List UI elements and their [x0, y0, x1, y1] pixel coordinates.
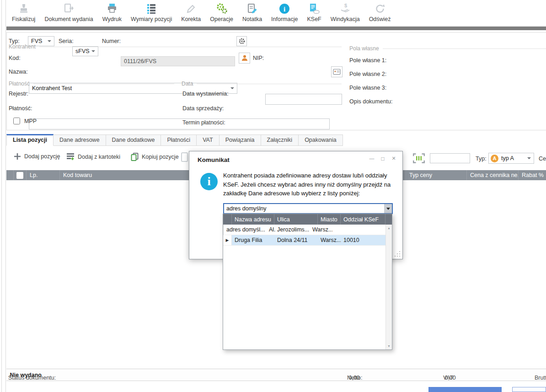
scroll-down-icon[interactable]: ▼ [386, 344, 392, 348]
copy-positions-button[interactable]: Kopiuj pozycje [131, 153, 179, 161]
cena-label-partial: Ce [539, 154, 546, 164]
row-marker-column [223, 214, 232, 225]
list-icon [145, 2, 157, 16]
column-oddzial-ksef[interactable]: Oddział KSeF [341, 214, 385, 225]
mpp-checkbox[interactable] [13, 118, 20, 124]
pole-wlasne-3-label: Pole własne 3: [349, 83, 386, 93]
close-icon[interactable]: ✕ [391, 156, 397, 162]
minimize-icon[interactable]: — [369, 156, 375, 162]
kod-label: Kod: [9, 53, 21, 63]
id-card-icon [333, 69, 341, 75]
dialog-window-controls: — □ ✕ [369, 156, 397, 162]
copy-icon [131, 153, 139, 161]
typ-ceny-combobox[interactable]: Atyp A [488, 153, 534, 164]
status-text: Status dokumentu: Nie wydano [8, 372, 42, 378]
select-all-column-header[interactable] [14, 170, 27, 180]
toolbar-button-ksef[interactable]: KSeF [302, 0, 326, 26]
toolbar-label: Korekta [181, 16, 201, 22]
document-window: Fiskalizuj Dokument wydania Wydruk Wymia… [0, 0, 546, 392]
nazwa-input[interactable] [29, 118, 330, 129]
refresh-icon [374, 2, 386, 16]
mpp-label: MPP [24, 116, 37, 126]
confirm-button-partial[interactable] [428, 387, 502, 392]
tab-zalaczniki[interactable]: Załączniki [261, 134, 299, 146]
data-wystawienia-label: Data wystawienia: [182, 89, 229, 99]
header-checkbox[interactable] [16, 172, 23, 179]
combobox-dropdown-button[interactable] [384, 204, 392, 213]
toolbar-label: Fiskalizuj [12, 16, 35, 22]
plus-icon [14, 153, 21, 160]
vat-total: VAT: 0,00 [443, 372, 444, 378]
cancel-button-partial[interactable] [512, 387, 546, 392]
chevron-down-icon [91, 50, 95, 52]
add-from-catalog-button[interactable]: Dodaj z kartoteki [66, 153, 120, 161]
printer-icon [106, 2, 118, 16]
toolbar-divider-bar [6, 27, 546, 30]
toolbar-button-dokument-wydania[interactable]: Dokument wydania [40, 0, 97, 26]
toolbar-label: Wymiary pozycji [131, 16, 172, 22]
address-dropdown-popup: Nazwa adresu Ulica Miasto Oddział KSeF a… [223, 214, 392, 350]
toolbar-button-wymiary-pozycji[interactable]: Wymiary pozycji [126, 0, 177, 26]
resize-grip[interactable] [394, 251, 401, 258]
window-edge-line [1, 0, 2, 392]
toolbar-button-operacje[interactable]: Operacje [205, 0, 238, 26]
toolbar-button-wydruk[interactable]: Wydruk [98, 0, 126, 26]
barcode-input[interactable] [430, 153, 470, 163]
platnosc-group-header: Płatność [9, 81, 174, 87]
selected-row-marker-icon: ▶ [223, 235, 232, 245]
column-miasto[interactable]: Miasto [318, 214, 341, 225]
pole-wlasne-1-label: Pole własne 1: [349, 55, 386, 65]
kontrahent-person-button[interactable] [239, 53, 250, 64]
chevron-down-icon [527, 157, 531, 159]
column-header-lp[interactable]: Lp. [27, 170, 60, 180]
pola-wlasne-group-header: Pola własne [349, 45, 546, 52]
tab-lista-pozycji[interactable]: Lista pozycji [6, 134, 54, 146]
tab-powiazania[interactable]: Powiązania [219, 134, 261, 146]
address-grid-header: Nazwa adresu Ulica Miasto Oddział KSeF [223, 214, 392, 225]
stamp-icon [18, 2, 30, 16]
toolbar-button-odswiez[interactable]: Odśwież [364, 0, 396, 26]
column-header-typ-ceny[interactable]: Typ ceny [406, 170, 467, 180]
nazwa-card-button[interactable] [331, 66, 343, 77]
tab-platnosci[interactable]: Płatności [161, 134, 197, 146]
toolbar-label: Wydruk [102, 16, 122, 22]
status-bar: Status dokumentu: Nie wydano Netto: 0,00… [6, 369, 546, 381]
list-plus-icon [66, 153, 75, 161]
scroll-up-icon[interactable]: ▲ [386, 226, 392, 230]
popup-scrollbar[interactable]: ▲ ▼ [385, 225, 392, 349]
column-nazwa-adresu[interactable]: Nazwa adresu [232, 214, 274, 225]
tab-opakowania[interactable]: Opakowania [299, 134, 343, 146]
platnosc-label: Płatność: [9, 103, 32, 113]
nip-input[interactable] [265, 94, 342, 105]
tab-dane-dodatkowe[interactable]: Dane dodatkowe [106, 134, 161, 146]
scrollbar-header-spacer [385, 214, 392, 225]
column-header-cena-cennika[interactable]: Cena z cennika ne... [467, 170, 519, 180]
chevron-down-icon [386, 208, 390, 210]
pole-wlasne-2-label: Pole własne 2: [349, 69, 386, 79]
tab-dane-adresowe[interactable]: Dane adresowe [54, 134, 106, 146]
info-icon: i [200, 173, 218, 190]
toolbar-button-korekta[interactable]: Korekta [177, 0, 205, 26]
chevron-down-icon [48, 40, 51, 42]
toolbar-button-notatka[interactable]: Notatka [238, 0, 267, 26]
rejestr-label: Rejestr: [9, 89, 28, 99]
typ-ceny-label: Typ: [476, 154, 487, 164]
toolbar-button-windykacja[interactable]: $ Windykacja [326, 0, 364, 26]
nip-label: NIP: [253, 53, 264, 63]
add-position-button[interactable]: Dodaj pozycję [14, 153, 60, 160]
address-row-selected[interactable]: ▶ Druga Filia Dolna 24/11 Warsz... 10010 [223, 235, 392, 246]
info-icon: i [278, 2, 290, 16]
maximize-icon[interactable]: □ [380, 156, 386, 162]
row-marker-column-header [6, 170, 14, 180]
address-combobox[interactable]: adres domyślny [223, 203, 393, 214]
toolbar-label: Notatka [242, 16, 262, 22]
toolbar-label: KSeF [307, 16, 321, 22]
column-ulica[interactable]: Ulica [274, 214, 318, 225]
toolbar-button-fiskalizuj[interactable]: Fiskalizuj [7, 0, 40, 26]
address-row[interactable]: adres domyśl... Al. Jerozolims... Warsz.… [223, 225, 392, 235]
column-header-rabat[interactable]: Rabat % [519, 170, 546, 180]
opis-dokumentu-label: Opis dokumentu: [349, 97, 393, 107]
gears-icon [216, 2, 228, 16]
tab-vat[interactable]: VAT [197, 134, 219, 146]
toolbar-button-informacje[interactable]: i Informacje [267, 0, 302, 26]
